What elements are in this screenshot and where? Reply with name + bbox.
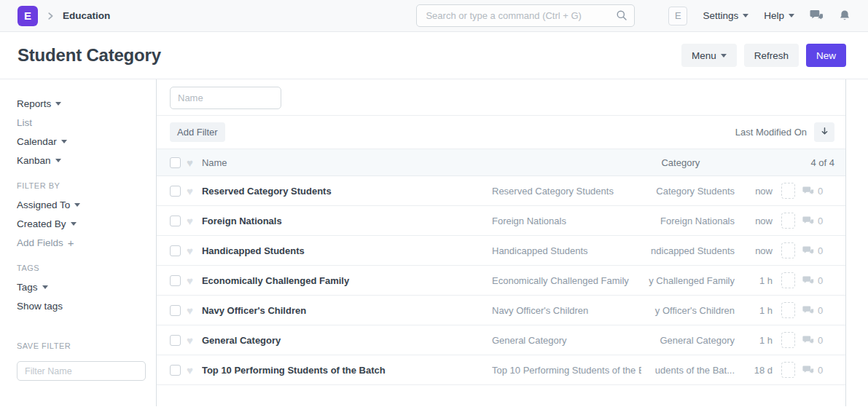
chevron-right-icon xyxy=(45,11,55,21)
row-id: y Officer's Children xyxy=(647,305,735,316)
row-modified: now xyxy=(740,186,773,197)
row-checkbox[interactable] xyxy=(170,275,181,286)
like-icon[interactable]: ♥ xyxy=(187,245,193,256)
menu-button[interactable]: Menu xyxy=(681,44,737,67)
row-modified: 1 h xyxy=(740,335,773,346)
new-button-label: New xyxy=(816,50,836,61)
table-row[interactable]: ♥ Top 10 Performing Students of the Batc… xyxy=(157,355,845,385)
row-id: General Category xyxy=(647,335,735,346)
table-row[interactable]: ♥ Navy Officer's Children Navy Officer's… xyxy=(157,296,845,325)
help-menu[interactable]: Help xyxy=(764,10,794,21)
search-icon[interactable] xyxy=(616,9,627,24)
caret-down-icon xyxy=(721,54,727,58)
comment-count-value: 0 xyxy=(818,275,823,286)
standard-filter-area xyxy=(157,79,845,116)
table-row[interactable]: ♥ Economically Challenged Family Economi… xyxy=(157,266,845,296)
user-avatar[interactable]: E xyxy=(668,7,687,25)
caret-down-icon xyxy=(42,285,48,289)
like-icon[interactable]: ♥ xyxy=(187,216,193,226)
like-icon[interactable]: ♥ xyxy=(187,335,193,346)
sidebar-item-label: List xyxy=(17,117,32,128)
like-icon[interactable]: ♥ xyxy=(187,275,193,286)
sidebar-tags[interactable]: Tags xyxy=(17,282,147,292)
row-name[interactable]: Reserved Category Students xyxy=(202,186,492,197)
sidebar-item-calendar[interactable]: Calendar xyxy=(17,136,147,146)
chat-icon[interactable] xyxy=(810,9,824,22)
row-name[interactable]: Economically Challenged Family xyxy=(202,275,492,286)
header-name: Name xyxy=(202,157,662,168)
search-input[interactable] xyxy=(416,4,635,27)
table-row[interactable]: ♥ Reserved Category Students Reserved Ca… xyxy=(157,176,845,206)
sidebar-add-fields[interactable]: Add Fields + xyxy=(17,237,147,248)
row-checkbox[interactable] xyxy=(170,186,181,197)
sidebar-item-list[interactable]: List xyxy=(17,117,147,127)
list-sidebar: Reports List Calendar Kanban FILTER BY A… xyxy=(0,79,157,406)
assignee-placeholder xyxy=(781,302,795,318)
navbar: E Education E Settings Help xyxy=(0,0,868,32)
sidebar-item-reports[interactable]: Reports xyxy=(17,98,147,108)
like-icon[interactable]: ♥ xyxy=(187,305,193,316)
row-name[interactable]: Navy Officer's Children xyxy=(202,305,492,316)
sidebar-show-tags[interactable]: Show tags xyxy=(17,301,147,311)
table-row[interactable]: ♥ General Category General Category Gene… xyxy=(157,325,845,355)
sort-direction-button[interactable] xyxy=(814,122,834,142)
sidebar-item-label: Reports xyxy=(17,98,51,109)
sort-field-label[interactable]: Last Modified On xyxy=(735,127,807,138)
caret-down-icon xyxy=(55,102,61,106)
row-checkbox[interactable] xyxy=(170,245,181,256)
save-filter-heading: SAVE FILTER xyxy=(17,341,147,350)
row-modified: 1 h xyxy=(740,275,773,286)
global-search xyxy=(416,4,635,27)
assignee-placeholder xyxy=(781,242,795,258)
row-name[interactable]: Foreign Nationals xyxy=(202,216,492,226)
select-all-checkbox[interactable] xyxy=(170,157,181,168)
row-category: Handicapped Students xyxy=(492,245,641,256)
row-checkbox[interactable] xyxy=(170,305,181,316)
caret-down-icon xyxy=(789,14,794,17)
page-actions: Menu Refresh New xyxy=(681,44,846,67)
new-button[interactable]: New xyxy=(806,44,846,67)
page-layout: Reports List Calendar Kanban FILTER BY A… xyxy=(0,79,868,406)
row-category: Top 10 Performing Students of the B... xyxy=(492,365,641,376)
sidebar-item-label: Kanban xyxy=(17,155,51,166)
sidebar-assigned-to[interactable]: Assigned To xyxy=(17,199,147,210)
row-checkbox[interactable] xyxy=(170,365,181,376)
row-name[interactable]: General Category xyxy=(202,335,492,346)
sidebar-created-by[interactable]: Created By xyxy=(17,218,147,229)
name-filter-input[interactable] xyxy=(170,87,281,109)
row-name[interactable]: Handicapped Students xyxy=(202,245,492,256)
caret-down-icon xyxy=(55,159,61,162)
bell-icon[interactable] xyxy=(839,9,851,22)
caret-down-icon xyxy=(61,140,67,143)
row-name[interactable]: Top 10 Performing Students of the Batch xyxy=(202,365,492,376)
tags-heading: TAGS xyxy=(17,264,147,272)
assigned-to-label: Assigned To xyxy=(17,199,70,210)
like-icon[interactable]: ♥ xyxy=(187,157,193,168)
row-category: Foreign Nationals xyxy=(492,216,641,226)
breadcrumb[interactable]: Education xyxy=(63,10,110,21)
assignee-placeholder xyxy=(781,272,795,288)
comment-count: 0 xyxy=(802,335,834,346)
add-filter-button[interactable]: Add Filter xyxy=(170,122,225,142)
created-by-label: Created By xyxy=(17,218,66,229)
table-row[interactable]: ♥ Handicapped Students Handicapped Stude… xyxy=(157,236,845,266)
row-checkbox[interactable] xyxy=(170,216,181,226)
sidebar-item-kanban[interactable]: Kanban xyxy=(17,155,147,165)
refresh-button[interactable]: Refresh xyxy=(744,44,799,67)
table-row[interactable]: ♥ Foreign Nationals Foreign Nationals Fo… xyxy=(157,206,845,236)
assignee-placeholder xyxy=(781,183,795,199)
refresh-button-label: Refresh xyxy=(754,50,789,61)
user-initial: E xyxy=(675,10,681,21)
comment-count-value: 0 xyxy=(818,216,823,226)
settings-menu[interactable]: Settings xyxy=(703,10,748,21)
caret-down-icon xyxy=(74,203,80,207)
filter-name-input[interactable] xyxy=(17,361,146,381)
like-icon[interactable]: ♥ xyxy=(187,186,193,197)
record-count[interactable]: 4 of 4 xyxy=(810,157,834,168)
filter-bar: Add Filter Last Modified On xyxy=(157,116,845,149)
navbar-left: E Education xyxy=(17,6,110,26)
like-icon[interactable]: ♥ xyxy=(187,365,193,376)
row-checkbox[interactable] xyxy=(170,335,181,346)
app-logo[interactable]: E xyxy=(17,6,38,26)
add-fields-label: Add Fields xyxy=(17,237,63,248)
